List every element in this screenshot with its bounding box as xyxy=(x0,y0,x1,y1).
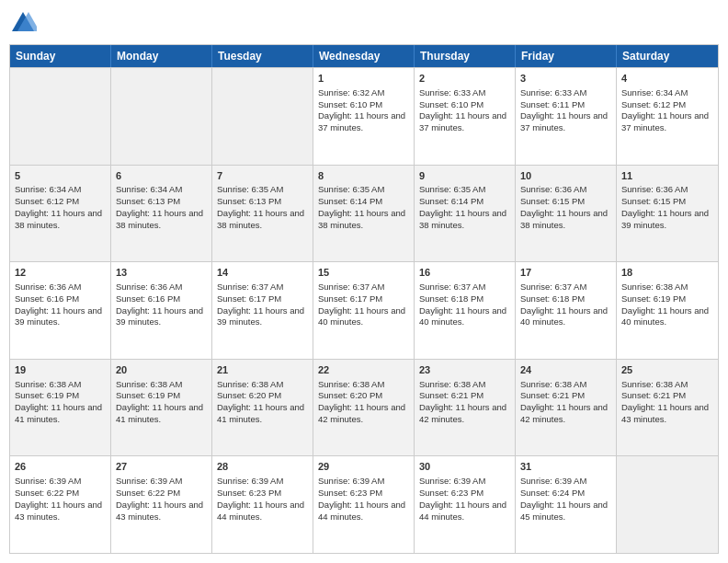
day-info: Sunrise: 6:39 AM Sunset: 6:23 PM Dayligh… xyxy=(217,476,304,521)
cal-cell: 17Sunrise: 6:37 AM Sunset: 6:18 PM Dayli… xyxy=(516,262,617,359)
calendar: SundayMondayTuesdayWednesdayThursdayFrid… xyxy=(9,44,719,554)
day-number: 22 xyxy=(318,363,409,377)
cal-cell: 12Sunrise: 6:36 AM Sunset: 6:16 PM Dayli… xyxy=(10,262,111,359)
day-number: 28 xyxy=(217,460,308,474)
day-info: Sunrise: 6:37 AM Sunset: 6:17 PM Dayligh… xyxy=(318,282,405,327)
cal-cell: 21Sunrise: 6:38 AM Sunset: 6:20 PM Dayli… xyxy=(212,360,313,456)
day-number: 27 xyxy=(116,460,207,474)
day-info: Sunrise: 6:37 AM Sunset: 6:18 PM Dayligh… xyxy=(419,282,506,327)
day-number: 25 xyxy=(621,363,713,377)
cal-cell: 16Sunrise: 6:37 AM Sunset: 6:18 PM Dayli… xyxy=(415,262,516,359)
cal-header-cell: Monday xyxy=(111,45,212,67)
cal-cell: 15Sunrise: 6:37 AM Sunset: 6:17 PM Dayli… xyxy=(313,262,415,359)
cal-cell: 6Sunrise: 6:34 AM Sunset: 6:13 PM Daylig… xyxy=(111,166,212,262)
cal-cell xyxy=(212,68,313,165)
day-info: Sunrise: 6:39 AM Sunset: 6:22 PM Dayligh… xyxy=(15,476,102,521)
day-info: Sunrise: 6:35 AM Sunset: 6:13 PM Dayligh… xyxy=(217,184,304,229)
day-info: Sunrise: 6:39 AM Sunset: 6:23 PM Dayligh… xyxy=(318,476,405,521)
day-number: 21 xyxy=(217,363,308,377)
day-number: 3 xyxy=(520,72,611,86)
cal-cell: 23Sunrise: 6:38 AM Sunset: 6:21 PM Dayli… xyxy=(415,360,516,456)
day-info: Sunrise: 6:38 AM Sunset: 6:19 PM Dayligh… xyxy=(116,379,203,424)
day-number: 26 xyxy=(15,460,106,474)
cal-cell: 8Sunrise: 6:35 AM Sunset: 6:14 PM Daylig… xyxy=(313,166,415,262)
day-number: 4 xyxy=(621,72,713,86)
day-number: 13 xyxy=(116,266,207,280)
logo xyxy=(9,9,40,37)
day-info: Sunrise: 6:38 AM Sunset: 6:21 PM Dayligh… xyxy=(419,379,506,424)
day-info: Sunrise: 6:34 AM Sunset: 6:12 PM Dayligh… xyxy=(621,87,709,132)
day-number: 30 xyxy=(419,460,510,474)
cal-row: 26Sunrise: 6:39 AM Sunset: 6:22 PM Dayli… xyxy=(10,455,718,553)
day-info: Sunrise: 6:34 AM Sunset: 6:13 PM Dayligh… xyxy=(116,184,203,229)
day-info: Sunrise: 6:39 AM Sunset: 6:23 PM Dayligh… xyxy=(419,476,506,521)
day-number: 2 xyxy=(419,72,510,86)
cal-header-cell: Tuesday xyxy=(212,45,313,67)
cal-row: 5Sunrise: 6:34 AM Sunset: 6:12 PM Daylig… xyxy=(10,165,718,262)
cal-cell: 19Sunrise: 6:38 AM Sunset: 6:19 PM Dayli… xyxy=(10,360,111,456)
day-info: Sunrise: 6:38 AM Sunset: 6:19 PM Dayligh… xyxy=(621,282,709,327)
day-info: Sunrise: 6:33 AM Sunset: 6:10 PM Dayligh… xyxy=(419,87,506,132)
cal-header-cell: Thursday xyxy=(415,45,516,67)
day-info: Sunrise: 6:39 AM Sunset: 6:22 PM Dayligh… xyxy=(116,476,203,521)
cal-cell: 26Sunrise: 6:39 AM Sunset: 6:22 PM Dayli… xyxy=(10,456,111,553)
cal-cell: 7Sunrise: 6:35 AM Sunset: 6:13 PM Daylig… xyxy=(212,166,313,262)
day-number: 10 xyxy=(520,169,611,183)
cal-header-cell: Wednesday xyxy=(313,45,415,67)
cal-cell: 4Sunrise: 6:34 AM Sunset: 6:12 PM Daylig… xyxy=(617,68,718,165)
cal-header-cell: Sunday xyxy=(10,45,111,67)
cal-cell: 9Sunrise: 6:35 AM Sunset: 6:14 PM Daylig… xyxy=(415,166,516,262)
cal-header-cell: Saturday xyxy=(617,45,718,67)
cal-cell: 13Sunrise: 6:36 AM Sunset: 6:16 PM Dayli… xyxy=(111,262,212,359)
day-number: 14 xyxy=(217,266,308,280)
cal-cell: 27Sunrise: 6:39 AM Sunset: 6:22 PM Dayli… xyxy=(111,456,212,553)
day-number: 18 xyxy=(621,266,713,280)
day-info: Sunrise: 6:36 AM Sunset: 6:15 PM Dayligh… xyxy=(520,184,608,229)
calendar-body: 1Sunrise: 6:32 AM Sunset: 6:10 PM Daylig… xyxy=(10,67,718,553)
cal-cell xyxy=(617,456,718,553)
day-info: Sunrise: 6:36 AM Sunset: 6:16 PM Dayligh… xyxy=(116,282,203,327)
day-info: Sunrise: 6:38 AM Sunset: 6:20 PM Dayligh… xyxy=(318,379,405,424)
day-info: Sunrise: 6:34 AM Sunset: 6:12 PM Dayligh… xyxy=(15,184,102,229)
cal-cell: 1Sunrise: 6:32 AM Sunset: 6:10 PM Daylig… xyxy=(313,68,415,165)
header xyxy=(9,9,719,37)
cal-cell xyxy=(111,68,212,165)
day-info: Sunrise: 6:36 AM Sunset: 6:16 PM Dayligh… xyxy=(15,282,102,327)
day-number: 7 xyxy=(217,169,308,183)
day-info: Sunrise: 6:38 AM Sunset: 6:19 PM Dayligh… xyxy=(15,379,102,424)
day-number: 6 xyxy=(116,169,207,183)
cal-cell: 5Sunrise: 6:34 AM Sunset: 6:12 PM Daylig… xyxy=(10,166,111,262)
cal-row: 19Sunrise: 6:38 AM Sunset: 6:19 PM Dayli… xyxy=(10,359,718,456)
calendar-header: SundayMondayTuesdayWednesdayThursdayFrid… xyxy=(10,45,718,67)
day-number: 29 xyxy=(318,460,409,474)
day-info: Sunrise: 6:35 AM Sunset: 6:14 PM Dayligh… xyxy=(318,184,405,229)
day-number: 5 xyxy=(15,169,106,183)
day-info: Sunrise: 6:32 AM Sunset: 6:10 PM Dayligh… xyxy=(318,87,405,132)
cal-cell xyxy=(10,68,111,165)
day-info: Sunrise: 6:38 AM Sunset: 6:20 PM Dayligh… xyxy=(217,379,304,424)
cal-cell: 11Sunrise: 6:36 AM Sunset: 6:15 PM Dayli… xyxy=(617,166,718,262)
cal-cell: 20Sunrise: 6:38 AM Sunset: 6:19 PM Dayli… xyxy=(111,360,212,456)
day-number: 20 xyxy=(116,363,207,377)
day-info: Sunrise: 6:35 AM Sunset: 6:14 PM Dayligh… xyxy=(419,184,506,229)
day-number: 1 xyxy=(318,72,409,86)
day-info: Sunrise: 6:38 AM Sunset: 6:21 PM Dayligh… xyxy=(621,379,709,424)
day-number: 15 xyxy=(318,266,409,280)
cal-cell: 31Sunrise: 6:39 AM Sunset: 6:24 PM Dayli… xyxy=(516,456,617,553)
cal-cell: 29Sunrise: 6:39 AM Sunset: 6:23 PM Dayli… xyxy=(313,456,415,553)
day-number: 9 xyxy=(419,169,510,183)
cal-cell: 14Sunrise: 6:37 AM Sunset: 6:17 PM Dayli… xyxy=(212,262,313,359)
day-number: 17 xyxy=(520,266,611,280)
day-number: 24 xyxy=(520,363,611,377)
day-number: 31 xyxy=(520,460,611,474)
cal-row: 12Sunrise: 6:36 AM Sunset: 6:16 PM Dayli… xyxy=(10,261,718,359)
day-info: Sunrise: 6:33 AM Sunset: 6:11 PM Dayligh… xyxy=(520,87,608,132)
cal-cell: 3Sunrise: 6:33 AM Sunset: 6:11 PM Daylig… xyxy=(516,68,617,165)
day-number: 8 xyxy=(318,169,409,183)
cal-cell: 22Sunrise: 6:38 AM Sunset: 6:20 PM Dayli… xyxy=(313,360,415,456)
day-number: 16 xyxy=(419,266,510,280)
cal-cell: 2Sunrise: 6:33 AM Sunset: 6:10 PM Daylig… xyxy=(415,68,516,165)
day-info: Sunrise: 6:37 AM Sunset: 6:17 PM Dayligh… xyxy=(217,282,304,327)
cal-cell: 24Sunrise: 6:38 AM Sunset: 6:21 PM Dayli… xyxy=(516,360,617,456)
page: SundayMondayTuesdayWednesdayThursdayFrid… xyxy=(0,0,728,563)
